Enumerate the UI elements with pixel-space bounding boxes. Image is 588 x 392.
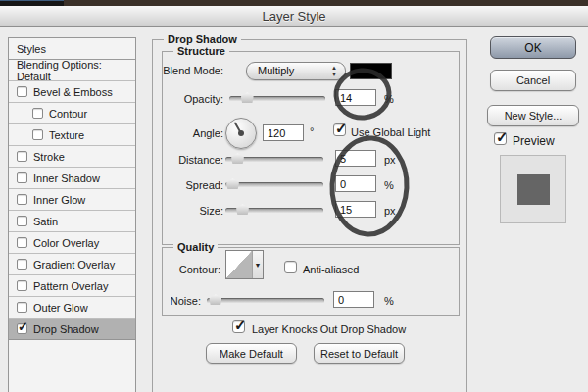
texture-checkbox[interactable] [32, 129, 43, 140]
reset-to-default-button[interactable]: Reset to Default [314, 343, 405, 364]
sidebar-item-outer-glow[interactable]: Outer Glow [9, 297, 135, 318]
anti-aliased-label: Anti-aliased [303, 264, 359, 275]
distance-unit: px [384, 154, 396, 166]
preview-thumbnail [500, 155, 566, 223]
size-unit: px [384, 205, 396, 217]
opacity-slider-thumb[interactable] [241, 92, 254, 103]
spread-slider-thumb[interactable] [226, 178, 239, 189]
sidebar-item-inner-shadow[interactable]: Inner Shadow [9, 168, 135, 189]
dialog-title: Layer Style [262, 9, 325, 24]
anti-aliased-checkbox[interactable] [284, 261, 297, 273]
blend-mode-label: Blend Mode: [135, 65, 223, 76]
use-global-light-checkbox[interactable] [333, 123, 346, 136]
angle-dial[interactable] [225, 118, 257, 149]
spread-unit: % [384, 179, 394, 191]
opacity-input[interactable] [335, 89, 376, 106]
sidebar-item-drop-shadow[interactable]: Drop Shadow [9, 318, 135, 340]
size-input[interactable] [335, 201, 376, 218]
color-overlay-checkbox[interactable] [17, 237, 27, 248]
noise-input[interactable] [333, 291, 374, 308]
gradient-overlay-checkbox[interactable] [17, 259, 27, 270]
blend-mode-value: Multiply [258, 65, 294, 76]
preview-checkbox[interactable] [494, 132, 507, 145]
layer-style-dialog: Layer Style Styles Blending Options: Def… [0, 0, 588, 392]
sidebar-item-stroke[interactable]: Stroke [9, 146, 135, 168]
use-global-light-label: Use Global Light [351, 126, 430, 138]
cancel-button[interactable]: Cancel [490, 70, 576, 91]
dialog-titlebar[interactable]: Layer Style [0, 6, 588, 27]
contour-picker[interactable]: ▼ [225, 250, 264, 279]
bevel-emboss-checkbox[interactable] [17, 86, 27, 97]
opacity-unit: % [384, 93, 394, 105]
structure-group-title: Structure [173, 45, 229, 57]
sidebar-item-pattern-overlay[interactable]: Pattern Overlay [9, 275, 135, 297]
shadow-color-swatch[interactable] [350, 63, 392, 79]
preview-shadow-square [517, 174, 550, 205]
noise-label: Noise: [137, 295, 201, 307]
noise-slider-track[interactable] [207, 298, 324, 303]
quality-group-title: Quality [173, 241, 218, 253]
make-default-button[interactable]: Make Default [206, 343, 297, 364]
layer-knocks-out-label: Layer Knocks Out Drop Shadow [252, 323, 406, 335]
inner-shadow-checkbox[interactable] [17, 172, 27, 183]
spread-input[interactable] [335, 175, 376, 192]
spread-slider-track[interactable] [225, 182, 323, 187]
sidebar-item-inner-glow[interactable]: Inner Glow [9, 189, 135, 211]
new-style-button[interactable]: New Style... [487, 105, 579, 126]
sidebar-item-blending-options[interactable]: Blending Options: Default [9, 60, 135, 81]
size-label: Size: [135, 205, 223, 217]
layer-knocks-out-checkbox[interactable] [232, 320, 245, 333]
sidebar-item-satin[interactable]: Satin [9, 211, 135, 232]
ok-button[interactable]: OK [490, 36, 576, 59]
sidebar-item-gradient-overlay[interactable]: Gradient Overlay [9, 254, 135, 275]
noise-slider[interactable] [207, 293, 324, 306]
opacity-slider[interactable] [229, 91, 325, 104]
distance-slider-thumb[interactable] [231, 153, 244, 164]
spread-label: Spread: [135, 179, 223, 191]
opacity-label: Opacity: [135, 93, 223, 105]
popup-arrows-icon: ▲▼ [331, 65, 337, 78]
angle-label: Angle: [135, 127, 223, 139]
size-slider-thumb[interactable] [236, 204, 249, 215]
distance-slider[interactable] [225, 152, 323, 165]
contour-thumbnail-icon[interactable] [226, 251, 253, 278]
sidebar-item-texture[interactable]: Texture [9, 124, 135, 146]
contour-checkbox[interactable] [32, 108, 43, 119]
drop-shadow-group-title: Drop Shadow [164, 33, 241, 45]
angle-input[interactable] [263, 124, 304, 141]
styles-sidebar: Styles Blending Options: Default Bevel &… [8, 37, 136, 392]
size-slider[interactable] [225, 203, 323, 216]
sidebar-header-styles: Styles [9, 38, 135, 60]
sidebar-item-bevel-emboss[interactable]: Bevel & Emboss [9, 81, 135, 103]
pattern-overlay-checkbox[interactable] [17, 280, 27, 291]
contour-label: Contour: [137, 264, 220, 275]
distance-label: Distance: [135, 154, 223, 166]
angle-dial-hub [238, 130, 244, 136]
satin-checkbox[interactable] [17, 216, 27, 226]
contour-dropdown-arrow-icon[interactable]: ▼ [253, 251, 263, 278]
angle-unit: ° [310, 125, 314, 137]
stroke-checkbox[interactable] [17, 151, 27, 162]
drop-shadow-checkbox[interactable] [17, 323, 27, 334]
sidebar-item-contour[interactable]: Contour [9, 103, 135, 124]
inner-glow-checkbox[interactable] [17, 194, 27, 205]
distance-input[interactable] [335, 150, 376, 167]
noise-unit: % [384, 295, 394, 307]
spread-slider[interactable] [225, 177, 323, 190]
blend-mode-popup[interactable]: Multiply ▲▼ [246, 62, 346, 80]
outer-glow-checkbox[interactable] [17, 302, 27, 313]
sidebar-item-color-overlay[interactable]: Color Overlay [9, 232, 135, 254]
preview-label: Preview [513, 134, 555, 148]
noise-slider-thumb[interactable] [209, 294, 221, 305]
